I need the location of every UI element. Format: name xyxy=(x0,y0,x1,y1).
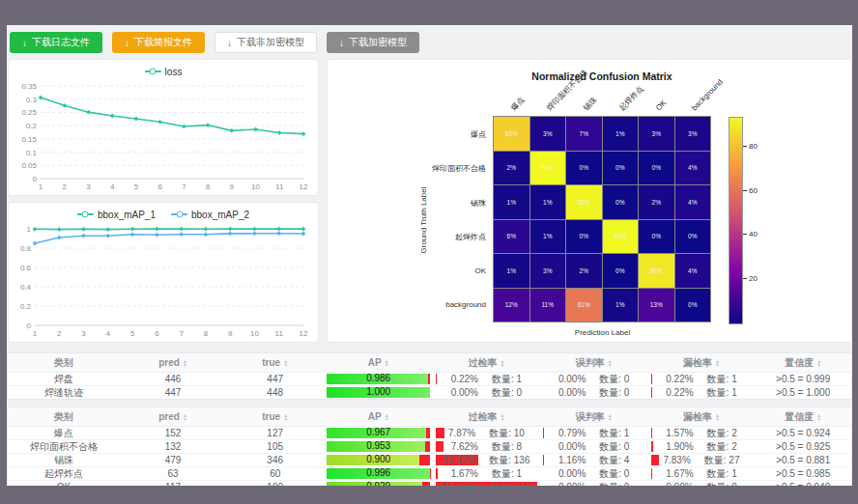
data-point-marker xyxy=(228,232,233,237)
y-tick-label: 0.8 xyxy=(20,244,32,253)
cell-true: 448 xyxy=(226,386,324,399)
matrix-row-label: background xyxy=(328,300,486,309)
sort-icon: ▲▼ xyxy=(500,359,504,367)
data-point-marker xyxy=(57,227,62,232)
sort-icon: ▲▼ xyxy=(715,359,720,367)
charts-row: loss 00.050.10.150.20.250.30.35123456789… xyxy=(7,59,852,343)
rate-percent: 0.00% xyxy=(451,386,478,399)
download-icon: ↓ xyxy=(125,38,129,48)
matrix-row-label: 起焊炸点 xyxy=(328,232,486,242)
column-header-label: 漏检率 xyxy=(683,357,712,368)
cell-overdetect-rate: 39.42%数量: 136 xyxy=(433,454,540,466)
column-header-置信度[interactable]: 置信度▲▼ xyxy=(755,407,851,427)
cell-misjudge-rate-text: 0.00%数量: 0 xyxy=(540,481,648,486)
legend-item-loss[interactable]: loss xyxy=(145,67,183,77)
colorbar-tick-label: 20 xyxy=(749,274,758,283)
matrix-cell: 0% xyxy=(675,220,711,254)
matrix-cell: 92% xyxy=(566,185,602,219)
column-header-漏检率[interactable]: 漏检率▲▼ xyxy=(648,407,756,427)
cell-confidence: >0.5 = 0.925 xyxy=(755,440,851,453)
column-header-过检率[interactable]: 过检率▲▼ xyxy=(433,407,540,427)
matrix-cell: 13% xyxy=(639,289,674,322)
rate-count: 数量: 0 xyxy=(599,481,629,486)
matrix-cell: 12% xyxy=(494,289,529,322)
cell-miss-rate-text: 1.57%数量: 2 xyxy=(648,427,756,439)
line-series-icon xyxy=(171,210,187,219)
rate-percent: 0.22% xyxy=(666,386,693,399)
column-header-置信度[interactable]: 置信度▲▼ xyxy=(755,353,851,373)
cell-pred: 152 xyxy=(120,427,226,439)
column-header-pred[interactable]: pred▲▼ xyxy=(120,353,226,373)
column-header-label: pred xyxy=(158,357,180,368)
rate-percent: 117.00% xyxy=(441,481,478,486)
colorbar-tick xyxy=(743,234,747,235)
sort-desc-icon: ▼ xyxy=(183,363,187,367)
y-tick-label: 0.35 xyxy=(21,82,37,91)
matrix-cell: 93% xyxy=(603,220,639,254)
x-tick-label: 4 xyxy=(106,329,111,338)
rate-percent: 1.57% xyxy=(666,427,693,439)
rate-percent: 0.00% xyxy=(558,386,586,399)
column-header-误判率[interactable]: 误判率▲▼ xyxy=(540,407,648,427)
x-tick-label: 9 xyxy=(230,182,235,191)
cell-misjudge-rate-text: 0.00%数量: 0 xyxy=(540,467,648,480)
download-button-2[interactable]: ↓下载简报文件 xyxy=(112,32,205,53)
table-header-row: 类别pred▲▼true▲▼AP▲▼过检率▲▼误判率▲▼漏检率▲▼置信度▲▼ xyxy=(8,353,851,373)
matrix-cell: 6% xyxy=(494,220,529,254)
data-point-marker xyxy=(33,241,38,246)
column-header-true[interactable]: true▲▼ xyxy=(226,407,324,427)
cell-true: 105 xyxy=(226,440,324,453)
download-button-1[interactable]: ↓下载日志文件 xyxy=(10,32,102,53)
column-header-AP[interactable]: AP▲▼ xyxy=(324,407,433,427)
table-row: 焊盘4464470.9860.22%数量: 10.00%数量: 00.22%数量… xyxy=(8,373,851,386)
x-tick-label: 4 xyxy=(110,182,115,191)
x-tick-label: 6 xyxy=(155,329,159,338)
y-tick-label: 0.2 xyxy=(26,122,38,130)
rate-percent: 0.00% xyxy=(558,373,586,385)
cell-confidence: >0.5 = 0.924 xyxy=(755,427,851,439)
data-point-marker xyxy=(277,130,282,135)
column-header-过检率[interactable]: 过检率▲▼ xyxy=(433,353,540,373)
rate-percent: 7.87% xyxy=(448,427,475,439)
legend-item-bbox_mAP_1[interactable]: bbox_mAP_1 xyxy=(77,210,156,220)
matrix-column-label: OK xyxy=(654,98,669,113)
column-header-pred[interactable]: pred▲▼ xyxy=(120,407,226,427)
data-point-marker xyxy=(155,227,159,232)
x-tick-label: 5 xyxy=(134,182,139,191)
rate-percent: 1.90% xyxy=(666,440,693,453)
sort-desc-icon: ▼ xyxy=(283,363,288,367)
rate-count: 数量: 1 xyxy=(707,467,737,480)
column-header-AP[interactable]: AP▲▼ xyxy=(324,353,433,373)
data-point-marker xyxy=(228,227,233,232)
column-header-true[interactable]: true▲▼ xyxy=(226,353,324,373)
sort-desc-icon: ▼ xyxy=(608,417,613,421)
cell-miss-rate: 0.22%数量: 1 xyxy=(648,386,756,399)
column-header-漏检率[interactable]: 漏检率▲▼ xyxy=(648,353,756,373)
sort-desc-icon: ▼ xyxy=(500,363,504,367)
data-point-marker xyxy=(301,227,306,232)
cell-misjudge-rate: 0.79%数量: 1 xyxy=(540,427,648,439)
x-tick-label: 7 xyxy=(182,182,186,191)
download-button-3[interactable]: ↓下载非加密模型 xyxy=(214,32,317,53)
cell-miss-rate-text: 0.22%数量: 1 xyxy=(648,386,756,399)
cell-confidence: >0.5 = 0.999 xyxy=(755,373,851,385)
data-point-marker xyxy=(253,127,258,132)
column-header-label: 置信度 xyxy=(785,411,814,422)
cell-misjudge-rate-text: 0.00%数量: 0 xyxy=(540,440,648,453)
legend-item-bbox_mAP_2[interactable]: bbox_mAP_2 xyxy=(171,210,249,220)
table-body: 爆点1521270.9677.87%数量: 100.79%数量: 11.57%数… xyxy=(8,427,851,486)
rate-percent: 1.67% xyxy=(451,467,478,480)
dashboard: ↓下载日志文件↓下载简报文件↓下载非加密模型↓下载加密模型 loss 00.05… xyxy=(7,25,852,486)
download-button-4[interactable]: ↓下载加密模型 xyxy=(327,32,419,53)
download-button-label: 下载非加密模型 xyxy=(237,36,304,49)
data-point-marker xyxy=(276,231,281,236)
cell-overdetect-rate: 117.00%数量: 117 xyxy=(433,481,540,486)
rate-percent: 7.83% xyxy=(663,454,690,466)
rate-count: 数量: 10 xyxy=(489,427,525,439)
sort-desc-icon: ▼ xyxy=(500,417,504,421)
column-header-误判率[interactable]: 误判率▲▼ xyxy=(540,353,648,373)
cell-confidence: >0.5 = 1.000 xyxy=(755,386,851,399)
matrix-cell: 93% xyxy=(530,152,566,185)
download-icon: ↓ xyxy=(227,38,232,48)
y-tick-label: 0.25 xyxy=(21,108,37,117)
